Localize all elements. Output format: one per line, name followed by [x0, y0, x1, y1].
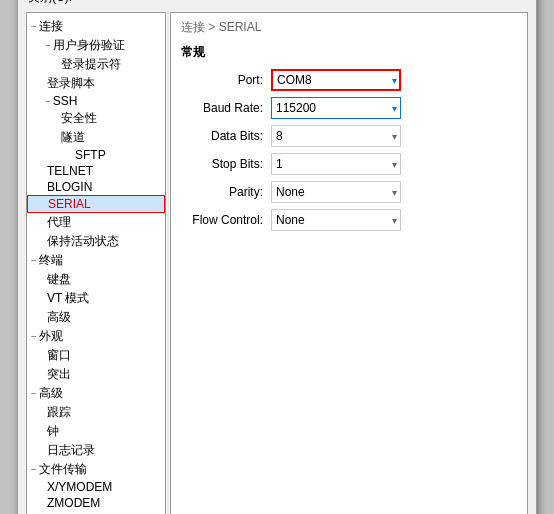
tree-label-log: 日志记录 — [47, 442, 95, 459]
field-label-0: Port: — [181, 73, 271, 87]
tree-label-login-tips: 登录提示符 — [61, 56, 121, 73]
tree-item-telnet[interactable]: TELNET — [27, 163, 165, 179]
tree-item-zmodem[interactable]: ZMODEM — [27, 495, 165, 511]
field-label-1: Baud Rate: — [181, 101, 271, 115]
tree-item-tunnel[interactable]: 隧道 — [27, 128, 165, 147]
tree-item-xymodem[interactable]: X/YMODEM — [27, 479, 165, 495]
tree-label-zmodem: ZMODEM — [47, 496, 100, 510]
tree-label-proxy: 代理 — [47, 214, 71, 231]
tree-label-blogin: BLOGIN — [47, 180, 92, 194]
field-label-3: Stop Bits: — [181, 157, 271, 171]
tree-label-bell: 钟 — [47, 423, 59, 440]
tree-item-user-auth[interactable]: −用户身份验证 — [27, 36, 165, 55]
tree-item-keyboard[interactable]: 键盘 — [27, 270, 165, 289]
select-4[interactable]: NoneOddEvenMarkSpace — [271, 181, 401, 203]
tree-label-xymodem: X/YMODEM — [47, 480, 112, 494]
form-row-5: Flow Control:NoneXON/XOFFRTS/CTSDTR/DSR — [181, 209, 517, 231]
field-label-2: Data Bits: — [181, 129, 271, 143]
tree-label-connect: 连接 — [39, 18, 63, 35]
tree-label-sftp: SFTP — [75, 148, 106, 162]
select-3[interactable]: 11.52 — [271, 153, 401, 175]
right-panel: 连接 > SERIAL 常规 Port:COM1COM2COM3COM4COM5… — [170, 12, 528, 514]
field-control-5: NoneXON/XOFFRTS/CTSDTR/DSR — [271, 209, 517, 231]
tree-label-vt-mode: VT 模式 — [47, 290, 89, 307]
breadcrumb: 连接 > SERIAL — [181, 19, 517, 36]
tree-item-connect[interactable]: −连接 — [27, 17, 165, 36]
tree-label-advanced2: 高级 — [39, 385, 63, 402]
tree-label-tracking: 跟踪 — [47, 404, 71, 421]
tree-item-terminal[interactable]: −终端 — [27, 251, 165, 270]
field-label-4: Parity: — [181, 185, 271, 199]
tree-label-telnet: TELNET — [47, 164, 93, 178]
select-2[interactable]: 5678 — [271, 125, 401, 147]
category-label: 类别(C): — [18, 0, 536, 8]
form-row-1: Baud Rate:960019200384005760011520023040… — [181, 97, 517, 119]
tree-label-terminal: 终端 — [39, 252, 63, 269]
content-area: −连接−用户身份验证 登录提示符 登录脚本−SSH 安全性 隧道 SFTP TE… — [18, 8, 536, 514]
dialog: 新建会话属性 ? ✕ 类别(C): −连接−用户身份验证 登录提示符 登录脚本−… — [17, 0, 537, 514]
select-0[interactable]: COM1COM2COM3COM4COM5COM6COM7COM8 — [271, 69, 401, 91]
tree-item-tracking[interactable]: 跟踪 — [27, 403, 165, 422]
tree-label-user-auth: 用户身份验证 — [53, 37, 125, 54]
tree-item-file-transfer[interactable]: −文件传输 — [27, 460, 165, 479]
form-row-3: Stop Bits:11.52 — [181, 153, 517, 175]
form-area: Port:COM1COM2COM3COM4COM5COM6COM7COM8Bau… — [181, 69, 517, 231]
select-1[interactable]: 9600192003840057600115200230400 — [271, 97, 401, 119]
tree-label-ssh: SSH — [53, 94, 78, 108]
tree-label-highlight: 突出 — [47, 366, 71, 383]
field-control-0: COM1COM2COM3COM4COM5COM6COM7COM8 — [271, 69, 517, 91]
tree-label-file-transfer: 文件传输 — [39, 461, 87, 478]
tree-label-appearance: 外观 — [39, 328, 63, 345]
field-control-4: NoneOddEvenMarkSpace — [271, 181, 517, 203]
tree-item-sftp[interactable]: SFTP — [27, 147, 165, 163]
tree-panel[interactable]: −连接−用户身份验证 登录提示符 登录脚本−SSH 安全性 隧道 SFTP TE… — [26, 12, 166, 514]
field-label-5: Flow Control: — [181, 213, 271, 227]
tree-item-blogin[interactable]: BLOGIN — [27, 179, 165, 195]
field-control-1: 9600192003840057600115200230400 — [271, 97, 517, 119]
form-row-2: Data Bits:5678 — [181, 125, 517, 147]
form-row-0: Port:COM1COM2COM3COM4COM5COM6COM7COM8 — [181, 69, 517, 91]
tree-item-advanced2[interactable]: −高级 — [27, 384, 165, 403]
tree-item-login-tips[interactable]: 登录提示符 — [27, 55, 165, 74]
tree-label-tunnel: 隧道 — [61, 129, 85, 146]
tree-label-login-script: 登录脚本 — [47, 75, 95, 92]
field-control-3: 11.52 — [271, 153, 517, 175]
tree-item-proxy[interactable]: 代理 — [27, 213, 165, 232]
tree-item-appearance[interactable]: −外观 — [27, 327, 165, 346]
tree-item-highlight[interactable]: 突出 — [27, 365, 165, 384]
tree-label-serial: SERIAL — [48, 197, 91, 211]
tree-item-window[interactable]: 窗口 — [27, 346, 165, 365]
tree-item-ssh[interactable]: −SSH — [27, 93, 165, 109]
section-title: 常规 — [181, 44, 517, 61]
tree-item-vt-mode[interactable]: VT 模式 — [27, 289, 165, 308]
tree-label-window: 窗口 — [47, 347, 71, 364]
tree-item-serial[interactable]: SERIAL — [27, 195, 165, 213]
select-5[interactable]: NoneXON/XOFFRTS/CTSDTR/DSR — [271, 209, 401, 231]
tree-item-security[interactable]: 安全性 — [27, 109, 165, 128]
tree-label-keyboard: 键盘 — [47, 271, 71, 288]
tree-label-advanced: 高级 — [47, 309, 71, 326]
tree-item-log[interactable]: 日志记录 — [27, 441, 165, 460]
tree-label-security: 安全性 — [61, 110, 97, 127]
tree-item-keepalive[interactable]: 保持活动状态 — [27, 232, 165, 251]
tree-item-advanced[interactable]: 高级 — [27, 308, 165, 327]
tree-label-keepalive: 保持活动状态 — [47, 233, 119, 250]
field-control-2: 5678 — [271, 125, 517, 147]
tree-item-login-script[interactable]: 登录脚本 — [27, 74, 165, 93]
form-row-4: Parity:NoneOddEvenMarkSpace — [181, 181, 517, 203]
dialog-body: 类别(C): −连接−用户身份验证 登录提示符 登录脚本−SSH 安全性 隧道 … — [18, 0, 536, 514]
tree-item-bell[interactable]: 钟 — [27, 422, 165, 441]
